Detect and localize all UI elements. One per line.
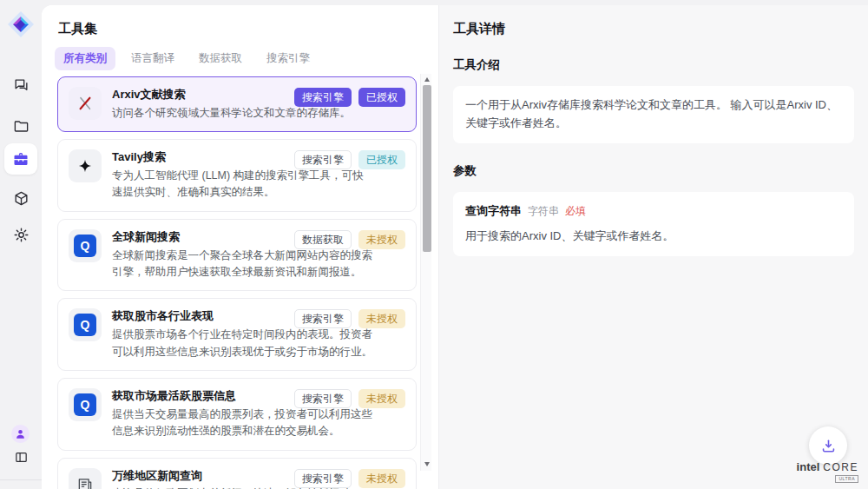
q-logo: Q (74, 235, 96, 257)
status-badge: 未授权 (358, 230, 405, 249)
tool-detail-panel: 工具详情 工具介绍 一个用于从Arxiv存储库搜索科学论文和文章的工具。 输入可… (438, 5, 868, 489)
scroll-down-arrow-icon[interactable] (421, 459, 432, 469)
category-badge: 搜索引擎 (294, 469, 352, 488)
tool-list: Arxiv文献搜索 访问各个研究领域大量科学论文和文章的存储库。 搜索引擎 已授… (57, 76, 417, 489)
status-badge: 未授权 (358, 389, 405, 408)
brand-ultra-badge: ULTRA (835, 475, 858, 483)
tool-card-active-stocks[interactable]: Q 获取市场最活跃股票信息 提供当天交易量最高的股票列表，投资者可以利用这些信息… (57, 378, 417, 451)
nav-toolbox-icon[interactable] (4, 143, 37, 175)
detail-title: 工具详情 (453, 21, 854, 37)
scrollbar[interactable] (420, 74, 431, 471)
main-content: 工具集 所有类别 语言翻译 数据获取 搜索引擎 A (42, 5, 868, 489)
param-required-badge: 必填 (565, 203, 586, 220)
category-tabs: 所有类别 语言翻译 数据获取 搜索引擎 (55, 47, 319, 70)
params-heading: 参数 (453, 163, 854, 179)
tool-badges: 搜索引擎 未授权 (294, 309, 405, 328)
intro-card: 一个用于从Arxiv存储库搜索科学论文和文章的工具。 输入可以是Arxiv ID… (453, 86, 854, 143)
tool-description: 提供股票市场各个行业在特定时间段内的表现。投资者可以利用这些信息来识别表现优于或… (112, 327, 372, 360)
tool-description: 专为人工智能代理 (LLM) 构建的搜索引擎工具，可快速提供实时、准确和真实的结… (112, 168, 372, 202)
category-badge: 数据获取 (294, 230, 352, 249)
nav-settings-gear-icon[interactable] (3, 224, 38, 245)
category-badge: 搜索引擎 (294, 88, 352, 107)
newspaper-icon (69, 468, 102, 489)
user-avatar[interactable] (11, 425, 30, 443)
status-badge: 未授权 (358, 309, 405, 328)
app-screen: 工具集 所有类别 语言翻译 数据获取 搜索引擎 A (0, 0, 868, 489)
nav-cube-icon[interactable] (3, 188, 38, 208)
tool-list-panel: 工具集 所有类别 语言翻译 数据获取 搜索引擎 A (42, 5, 438, 489)
status-badge: 已授权 (358, 150, 405, 169)
param-type: 字符串 (528, 203, 559, 220)
download-icon (820, 438, 837, 454)
category-badge: 搜索引擎 (294, 309, 352, 328)
intel-core-logo: intelCORE ULTRA (797, 459, 858, 483)
sparkle-icon (69, 149, 102, 182)
q-logo: Q (74, 314, 96, 336)
tab-data-acquisition[interactable]: 数据获取 (190, 47, 251, 70)
tool-card-arxiv[interactable]: Arxiv文献搜索 访问各个研究领域大量科学论文和文章的存储库。 搜索引擎 已授… (57, 76, 417, 132)
tool-card-sector-performance[interactable]: Q 获取股市各行业表现 提供股票市场各个行业在特定时间段内的表现。投资者可以利用… (57, 298, 417, 371)
category-badge: 搜索引擎 (294, 150, 352, 169)
param-name: 查询字符串 (465, 202, 522, 221)
arxiv-x-icon (69, 87, 102, 120)
status-badge: 未授权 (358, 469, 405, 488)
nav-chat-icon[interactable] (3, 75, 38, 96)
global-news-q-icon: Q (69, 388, 102, 421)
nav-folder-icon[interactable] (3, 116, 38, 136)
global-news-q-icon: Q (69, 308, 102, 341)
panel-toggle-icon[interactable] (3, 446, 38, 467)
tool-card-regional-news[interactable]: 万维地区新闻查询 查询具体行政区划内的新闻，快速了解各地新闻动 搜索引擎 未授权 (57, 458, 417, 489)
page-title: 工具集 (58, 21, 97, 37)
category-badge: 搜索引擎 (294, 389, 352, 408)
left-nav-rail (0, 0, 42, 489)
tool-description: 提供当天交易量最高的股票列表，投资者可以利用这些信息来识别流动性强的股票和潜在的… (112, 406, 372, 440)
tool-badges: 搜索引擎 未授权 (294, 389, 405, 408)
scroll-up-arrow-icon[interactable] (421, 74, 432, 84)
status-badge: 已授权 (358, 88, 405, 107)
tool-card-tavily[interactable]: Tavily搜索 专为人工智能代理 (LLM) 构建的搜索引擎工具，可快速提供实… (57, 139, 417, 212)
scrollbar-thumb[interactable] (423, 85, 431, 252)
tool-badges: 搜索引擎 未授权 (294, 469, 405, 488)
tool-card-global-news[interactable]: Q 全球新闻搜索 全球新闻搜索是一个聚合全球各大新闻网站内容的搜索引擎，帮助用户… (57, 219, 417, 292)
global-news-q-icon: Q (69, 229, 102, 262)
tool-description: 访问各个研究领域大量科学论文和文章的存储库。 (112, 105, 351, 122)
param-header-row: 查询字符串 字符串 必填 (465, 202, 842, 221)
tab-search-engine[interactable]: 搜索引擎 (258, 47, 319, 70)
q-logo: Q (74, 393, 96, 416)
intro-heading: 工具介绍 (453, 57, 854, 73)
param-card: 查询字符串 字符串 必填 用于搜索的Arxiv ID、关键字或作者姓名。 (453, 192, 854, 257)
rail-divider (0, 479, 42, 480)
tool-description: 全球新闻搜索是一个聚合全球各大新闻网站内容的搜索引擎，帮助用户快速获取全球最新资… (112, 248, 372, 281)
param-description: 用于搜索的Arxiv ID、关键字或作者姓名。 (465, 228, 842, 246)
brand-core: CORE (823, 461, 858, 473)
tab-all-categories[interactable]: 所有类别 (55, 47, 115, 70)
app-logo-icon (7, 10, 35, 38)
intro-text: 一个用于从Arxiv存储库搜索科学论文和文章的工具。 输入可以是Arxiv ID… (465, 98, 838, 129)
tool-badges: 搜索引擎 已授权 (294, 150, 405, 169)
brand-intel: intel (797, 460, 820, 473)
tab-language-translation[interactable]: 语言翻译 (122, 47, 183, 70)
tool-badges: 数据获取 未授权 (294, 230, 405, 249)
tool-badges: 搜索引擎 已授权 (294, 88, 405, 107)
